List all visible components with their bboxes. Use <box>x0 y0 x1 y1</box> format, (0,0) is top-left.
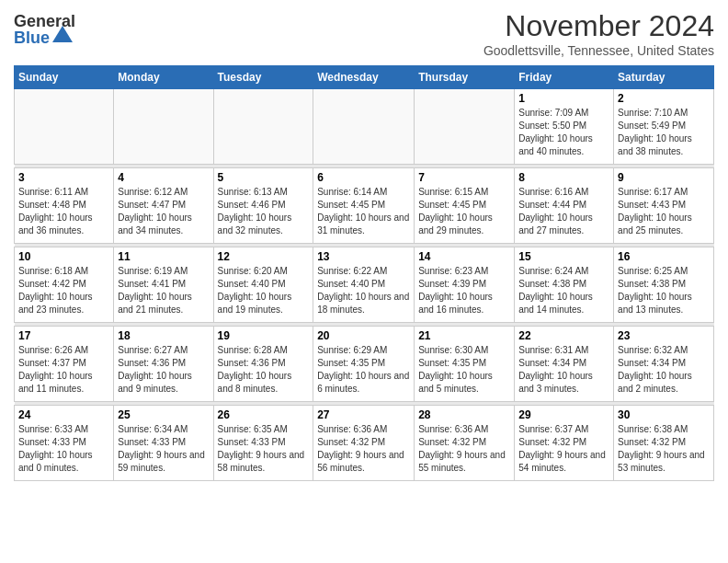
calendar-week-3: 17Sunrise: 6:26 AMSunset: 4:37 PMDayligh… <box>15 327 714 402</box>
calendar-week-2: 10Sunrise: 6:18 AMSunset: 4:42 PMDayligh… <box>15 247 714 323</box>
day-number: 15 <box>518 250 609 263</box>
day-info: Sunrise: 6:37 AMSunset: 4:32 PMDaylight:… <box>518 423 609 475</box>
title-area: November 2024 Goodlettsville, Tennessee,… <box>483 9 714 58</box>
calendar-cell: 8Sunrise: 6:16 AMSunset: 4:44 PMDaylight… <box>515 168 614 244</box>
day-info: Sunrise: 6:22 AMSunset: 4:40 PMDaylight:… <box>317 265 410 316</box>
calendar-cell: 10Sunrise: 6:18 AMSunset: 4:42 PMDayligh… <box>15 247 114 323</box>
calendar-cell: 2Sunrise: 7:10 AMSunset: 5:49 PMDaylight… <box>614 89 714 165</box>
calendar-cell: 28Sunrise: 6:36 AMSunset: 4:32 PMDayligh… <box>415 406 515 481</box>
calendar-cell: 17Sunrise: 6:26 AMSunset: 4:37 PMDayligh… <box>15 327 114 402</box>
col-wednesday: Wednesday <box>313 66 415 89</box>
day-number: 7 <box>418 171 510 184</box>
calendar-cell: 3Sunrise: 6:11 AMSunset: 4:48 PMDaylight… <box>15 168 114 244</box>
calendar-cell: 1Sunrise: 7:09 AMSunset: 5:50 PMDaylight… <box>515 89 614 165</box>
calendar-cell <box>415 89 515 165</box>
day-number: 27 <box>317 408 410 421</box>
logo: General Blue <box>14 13 75 46</box>
day-info: Sunrise: 6:11 AMSunset: 4:48 PMDaylight:… <box>18 186 109 237</box>
header: General Blue November 2024 Goodlettsvill… <box>14 9 714 58</box>
day-info: Sunrise: 7:10 AMSunset: 5:49 PMDaylight:… <box>618 107 710 158</box>
day-info: Sunrise: 6:26 AMSunset: 4:37 PMDaylight:… <box>18 344 109 396</box>
location: Goodlettsville, Tennessee, United States <box>483 43 714 58</box>
svg-marker-0 <box>52 26 73 42</box>
calendar-cell <box>15 89 114 165</box>
day-info: Sunrise: 6:35 AMSunset: 4:33 PMDaylight:… <box>218 423 310 475</box>
day-info: Sunrise: 6:36 AMSunset: 4:32 PMDaylight:… <box>317 423 410 475</box>
col-monday: Monday <box>114 66 213 89</box>
day-info: Sunrise: 6:23 AMSunset: 4:39 PMDaylight:… <box>418 265 510 316</box>
day-info: Sunrise: 6:24 AMSunset: 4:38 PMDaylight:… <box>518 265 609 316</box>
day-info: Sunrise: 6:16 AMSunset: 4:44 PMDaylight:… <box>518 186 609 237</box>
day-info: Sunrise: 7:09 AMSunset: 5:50 PMDaylight:… <box>518 107 609 158</box>
day-info: Sunrise: 6:30 AMSunset: 4:35 PMDaylight:… <box>418 344 510 396</box>
calendar-week-0: 1Sunrise: 7:09 AMSunset: 5:50 PMDaylight… <box>15 89 714 165</box>
calendar-week-1: 3Sunrise: 6:11 AMSunset: 4:48 PMDaylight… <box>15 168 714 244</box>
calendar-cell: 21Sunrise: 6:30 AMSunset: 4:35 PMDayligh… <box>415 327 515 402</box>
day-number: 16 <box>618 250 710 263</box>
page-container: General Blue November 2024 Goodlettsvill… <box>0 0 728 490</box>
day-number: 18 <box>118 329 209 342</box>
day-info: Sunrise: 6:32 AMSunset: 4:34 PMDaylight:… <box>618 344 710 396</box>
day-info: Sunrise: 6:15 AMSunset: 4:45 PMDaylight:… <box>418 186 510 237</box>
calendar-cell: 18Sunrise: 6:27 AMSunset: 4:36 PMDayligh… <box>114 327 213 402</box>
calendar-cell: 26Sunrise: 6:35 AMSunset: 4:33 PMDayligh… <box>213 406 313 481</box>
calendar-cell: 27Sunrise: 6:36 AMSunset: 4:32 PMDayligh… <box>313 406 415 481</box>
calendar-cell: 5Sunrise: 6:13 AMSunset: 4:46 PMDaylight… <box>213 168 313 244</box>
day-info: Sunrise: 6:25 AMSunset: 4:38 PMDaylight:… <box>618 265 710 316</box>
day-number: 19 <box>218 329 310 342</box>
day-number: 22 <box>518 329 609 342</box>
day-info: Sunrise: 6:14 AMSunset: 4:45 PMDaylight:… <box>317 186 410 237</box>
day-number: 2 <box>618 92 710 105</box>
calendar-cell: 24Sunrise: 6:33 AMSunset: 4:33 PMDayligh… <box>15 406 114 481</box>
calendar-cell: 4Sunrise: 6:12 AMSunset: 4:47 PMDaylight… <box>114 168 213 244</box>
logo-icon <box>52 26 73 42</box>
day-number: 4 <box>118 171 209 184</box>
calendar-cell <box>213 89 313 165</box>
day-number: 6 <box>317 171 410 184</box>
calendar-cell: 9Sunrise: 6:17 AMSunset: 4:43 PMDaylight… <box>614 168 714 244</box>
day-info: Sunrise: 6:27 AMSunset: 4:36 PMDaylight:… <box>118 344 209 396</box>
day-info: Sunrise: 6:28 AMSunset: 4:36 PMDaylight:… <box>218 344 310 396</box>
day-number: 13 <box>317 250 410 263</box>
calendar-cell: 30Sunrise: 6:38 AMSunset: 4:32 PMDayligh… <box>614 406 714 481</box>
day-number: 3 <box>18 171 109 184</box>
month-title: November 2024 <box>483 9 714 43</box>
day-number: 9 <box>618 171 710 184</box>
calendar: Sunday Monday Tuesday Wednesday Thursday… <box>14 65 714 481</box>
day-number: 8 <box>518 171 609 184</box>
day-info: Sunrise: 6:17 AMSunset: 4:43 PMDaylight:… <box>618 186 710 237</box>
calendar-cell: 23Sunrise: 6:32 AMSunset: 4:34 PMDayligh… <box>614 327 714 402</box>
day-number: 26 <box>218 408 310 421</box>
day-number: 12 <box>218 250 310 263</box>
day-info: Sunrise: 6:33 AMSunset: 4:33 PMDaylight:… <box>18 423 109 475</box>
day-info: Sunrise: 6:19 AMSunset: 4:41 PMDaylight:… <box>118 265 209 316</box>
calendar-cell: 15Sunrise: 6:24 AMSunset: 4:38 PMDayligh… <box>515 247 614 323</box>
calendar-cell: 12Sunrise: 6:20 AMSunset: 4:40 PMDayligh… <box>213 247 313 323</box>
day-info: Sunrise: 6:38 AMSunset: 4:32 PMDaylight:… <box>618 423 710 475</box>
day-number: 30 <box>618 408 710 421</box>
day-info: Sunrise: 6:34 AMSunset: 4:33 PMDaylight:… <box>118 423 209 475</box>
day-number: 20 <box>317 329 410 342</box>
calendar-cell: 25Sunrise: 6:34 AMSunset: 4:33 PMDayligh… <box>114 406 213 481</box>
day-number: 29 <box>518 408 609 421</box>
calendar-cell: 29Sunrise: 6:37 AMSunset: 4:32 PMDayligh… <box>515 406 614 481</box>
calendar-cell: 14Sunrise: 6:23 AMSunset: 4:39 PMDayligh… <box>415 247 515 323</box>
day-info: Sunrise: 6:31 AMSunset: 4:34 PMDaylight:… <box>518 344 609 396</box>
day-info: Sunrise: 6:29 AMSunset: 4:35 PMDaylight:… <box>317 344 410 396</box>
day-number: 11 <box>118 250 209 263</box>
day-info: Sunrise: 6:12 AMSunset: 4:47 PMDaylight:… <box>118 186 209 237</box>
day-info: Sunrise: 6:36 AMSunset: 4:32 PMDaylight:… <box>418 423 510 475</box>
calendar-cell <box>313 89 415 165</box>
calendar-cell: 13Sunrise: 6:22 AMSunset: 4:40 PMDayligh… <box>313 247 415 323</box>
header-row: Sunday Monday Tuesday Wednesday Thursday… <box>15 66 714 89</box>
day-info: Sunrise: 6:13 AMSunset: 4:46 PMDaylight:… <box>218 186 310 237</box>
calendar-cell: 7Sunrise: 6:15 AMSunset: 4:45 PMDaylight… <box>415 168 515 244</box>
calendar-cell: 22Sunrise: 6:31 AMSunset: 4:34 PMDayligh… <box>515 327 614 402</box>
logo-blue: Blue <box>14 29 50 46</box>
col-sunday: Sunday <box>15 66 114 89</box>
day-number: 1 <box>518 92 609 105</box>
calendar-cell <box>114 89 213 165</box>
calendar-cell: 6Sunrise: 6:14 AMSunset: 4:45 PMDaylight… <box>313 168 415 244</box>
day-info: Sunrise: 6:20 AMSunset: 4:40 PMDaylight:… <box>218 265 310 316</box>
day-number: 23 <box>618 329 710 342</box>
